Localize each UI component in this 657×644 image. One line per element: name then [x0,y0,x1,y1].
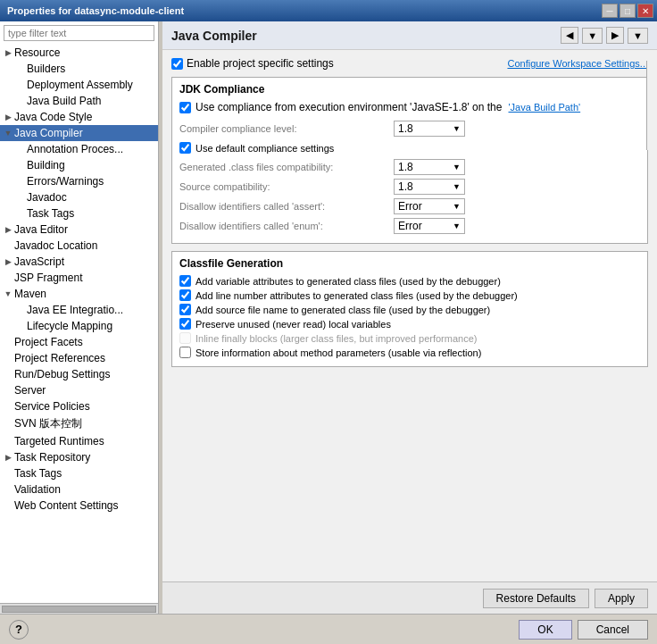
cb3-row: Add source file name to generated class … [179,304,640,315]
sidebar-item-label-trepo: Task Repository [14,451,90,464]
bottom-bar: Restore Defaults Apply [162,581,657,614]
sidebar-item-web-content[interactable]: Web Content Settings [0,498,158,514]
generated-dropdown[interactable]: 1.8 ▼ [394,159,465,175]
java-build-path-link[interactable]: 'Java Build Path' [509,102,581,113]
ok-button[interactable]: OK [519,620,571,640]
sidebar-item-building[interactable]: Building [0,157,158,173]
sidebar-item-maven[interactable]: ▼ Maven [0,286,158,302]
source-compat-row: Source compatibility: 1.8 ▼ [179,179,640,195]
minimize-button[interactable]: ─ [602,4,618,18]
sidebar-item-task-tags2[interactable]: Task Tags [0,465,158,481]
sidebar-item-task-repository[interactable]: ▶ Task Repository [0,449,158,465]
expand-arrow-ew [14,175,27,188]
sidebar-item-project-facets[interactable]: Project Facets [0,334,158,350]
cb2-checkbox[interactable] [179,289,191,301]
sidebar-item-run-debug[interactable]: Run/Debug Settings [0,366,158,382]
restore-defaults-button[interactable]: Restore Defaults [483,589,589,608]
jdk-compliance-checkbox[interactable] [179,102,191,113]
sidebar-item-project-references[interactable]: Project References [0,350,158,366]
sidebar-item-deployment-assembly[interactable]: Deployment Assembly [0,77,158,93]
sidebar-item-label-jbp: Java Build Path [27,95,101,107]
expand-arrow-tt2 [2,467,14,480]
cb6-checkbox[interactable] [179,347,191,358]
expand-arrow-building [14,159,27,171]
use-default-checkbox[interactable] [179,142,191,154]
help-button[interactable]: ? [9,620,29,640]
disallow-assert-dropdown[interactable]: Error ▼ [394,198,465,214]
cb1-checkbox[interactable] [179,275,191,287]
sidebar-item-java-compiler[interactable]: ▼ Java Compiler [0,125,158,141]
expand-arrow-val [2,483,14,496]
sidebar-item-java-build-path[interactable]: Java Build Path [0,93,158,109]
sidebar-item-errors-warnings[interactable]: Errors/Warnings [0,173,158,189]
enum-dropdown-arrow: ▼ [453,222,461,230]
expand-arrow-jcs: ▶ [2,111,14,123]
disallow-enum-dropdown[interactable]: Error ▼ [394,218,465,234]
sidebar-item-label-pf: Project Facets [14,336,83,348]
source-compat-dropdown[interactable]: 1.8 ▼ [394,179,465,195]
sidebar-item-lifecycle-mapping[interactable]: Lifecycle Mapping [0,318,158,334]
dialog-footer: ? OK Cancel [0,614,657,644]
window-title: Properties for datasync-module-client [4,5,184,16]
sidebar-item-javadoc-location[interactable]: Javadoc Location [0,238,158,254]
cb3-label: Add source file name to generated class … [195,305,490,315]
sidebar-item-label-wcs: Web Content Settings [14,499,119,512]
enable-specific-settings-checkbox[interactable] [171,58,183,70]
sidebar-item-service-policies[interactable]: Service Policies [0,398,158,414]
sidebar-item-builders[interactable]: Builders [0,61,158,77]
filter-input[interactable] [4,25,154,41]
expand-arrow-javadoc [14,191,27,204]
cb3-checkbox[interactable] [179,304,191,315]
sidebar-item-resource[interactable]: ▶ Resource [0,45,158,61]
cb5-row: Inline finally blocks (larger class file… [179,332,640,344]
sidebar-item-label-tt: Task Tags [27,207,74,220]
close-button[interactable]: ✕ [637,4,653,18]
forward-button[interactable]: ▶ [606,27,624,44]
disallow-assert-label: Disallow identifiers called 'assert': [179,201,394,212]
sidebar-item-server[interactable]: Server [0,382,158,398]
right-content: Enable project specific settings Configu… [162,50,657,581]
compiler-compliance-row: Compiler compliance level: 1.8 ▼ [179,121,640,137]
expand-arrow-resource: ▶ [2,46,14,59]
sidebar-item-label-rd: Run/Debug Settings [14,368,110,381]
main-area: ▶ Resource Builders Deployment Assembly [0,21,657,614]
jdk-compliance-label: Use compliance from execution environmen… [195,101,580,113]
sidebar-item-java-code-style[interactable]: ▶ Java Code Style [0,109,158,125]
cancel-button[interactable]: Cancel [578,620,648,640]
generated-label: Generated .class files compatibility: [179,162,394,172]
sidebar-item-validation[interactable]: Validation [0,481,158,498]
expand-arrow-svn [2,418,14,431]
disallow-enum-label: Disallow identifiers called 'enum': [179,221,394,231]
gen-dropdown-arrow: ▼ [453,163,461,171]
compiler-compliance-dropdown[interactable]: 1.8 ▼ [394,121,465,137]
sidebar-item-svn[interactable]: SVN 版本控制 [0,414,158,433]
sidebar-item-targeted-runtimes[interactable]: Targeted Runtimes [0,433,158,449]
apply-button[interactable]: Apply [595,589,648,608]
sidebar-item-label-sp: Service Policies [14,400,90,413]
sidebar-item-label-tr: Targeted Runtimes [14,435,104,447]
sidebar-item-annotation[interactable]: Annotation Proces... [0,141,158,157]
sidebar-item-label-javadoc: Javadoc [27,191,67,204]
maximize-button[interactable]: □ [620,4,636,18]
forward-menu-button[interactable]: ▼ [628,28,648,44]
back-menu-button[interactable]: ▼ [582,28,603,44]
sidebar-item-javadoc[interactable]: Javadoc [0,189,158,205]
disallow-assert-row: Disallow identifiers called 'assert': Er… [179,198,640,214]
sidebar-item-jsp-fragment[interactable]: JSP Fragment [0,270,158,286]
workspace-settings-link[interactable]: Configure Workspace Settings... [507,58,648,69]
sidebar-item-label-building: Building [27,159,65,171]
sidebar-item-java-ee[interactable]: Java EE Integratio... [0,302,158,318]
expand-arrow-builders [14,63,27,75]
sidebar-item-task-tags[interactable]: Task Tags [0,205,158,222]
cb5-checkbox [179,332,191,344]
back-button[interactable]: ◀ [561,27,578,44]
jdk-compliance-group: JDK Compliance Use compliance from execu… [171,77,648,244]
sidebar-item-label-svn: SVN 版本控制 [14,416,82,431]
disallow-enum-row: Disallow identifiers called 'enum': Erro… [179,218,640,234]
sidebar-item-label-jcs: Java Code Style [14,111,92,123]
expand-arrow-rd [2,368,14,381]
cb4-checkbox[interactable] [179,318,191,330]
sidebar-item-java-editor[interactable]: ▶ Java Editor [0,222,158,238]
enable-row: Enable project specific settings Configu… [171,57,648,70]
sidebar-item-javascript[interactable]: ▶ JavaScript [0,254,158,270]
